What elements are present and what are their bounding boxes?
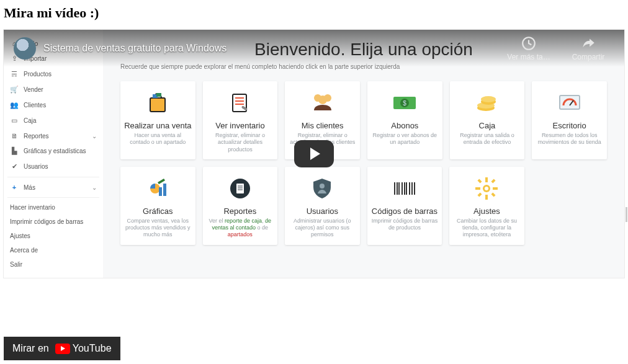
svg-rect-23 (236, 184, 244, 193)
channel-avatar[interactable] (14, 37, 36, 60)
svg-rect-42 (478, 179, 482, 183)
youtube-play-icon (55, 344, 70, 354)
card-ver-inventario[interactable]: Ver inventario Registrar, eliminar o act… (203, 81, 278, 159)
gear-icon (453, 174, 521, 203)
svg-rect-45 (478, 192, 482, 197)
sidebar-sub-ajustes[interactable]: Ajustes (7, 229, 99, 243)
card-grid-row1: Realizar una venta Hacer una venta al co… (120, 81, 607, 159)
sidebar-item-label: Más (24, 184, 35, 191)
report-icon: 🗎 (10, 132, 19, 140)
card-title: Realizar una venta (124, 121, 192, 130)
clock-icon (521, 35, 537, 51)
shopping-bag-icon (124, 89, 192, 117)
plus-icon: + (10, 184, 19, 191)
card-title: Caja (454, 121, 521, 130)
sidebar-item-usuarios[interactable]: ✔Usuarios (7, 159, 99, 174)
card-graficas[interactable]: Gráficas Compare ventas, vea los product… (120, 167, 195, 245)
app-main: Bienvenido. Elija una opción Recuerde qu… (103, 30, 624, 278)
youtube-logo: YouTube (55, 343, 112, 354)
card-reportes[interactable]: Reportes Ver el reporte de caja, de vent… (203, 167, 278, 245)
svg-point-17 (481, 96, 496, 102)
card-title: Reportes (207, 206, 274, 216)
divider (7, 177, 99, 177)
card-caja[interactable]: Caja Registrar una salida o entrada de e… (450, 81, 525, 159)
sidebar-item-label: Usuarios (24, 163, 48, 170)
svg-rect-2 (156, 93, 161, 97)
share-label: Compartir (572, 53, 605, 61)
svg-rect-41 (493, 187, 498, 190)
card-title: Ver inventario (207, 121, 274, 130)
card-codigos-barras[interactable]: Códigos de barras Imprimir códigos de ba… (367, 167, 442, 245)
money-icon: $ (371, 89, 439, 117)
sidebar-item-reportes[interactable]: 🗎Reportes⌄ (7, 128, 99, 143)
monitor-icon: ▭ (10, 117, 19, 125)
svg-text:$: $ (403, 100, 407, 107)
page-heading: Mira mi vídeo :) (0, 0, 628, 30)
sidebar-item-caja[interactable]: ▭Caja (7, 113, 99, 128)
watch-on-youtube-button[interactable]: Mirar en YouTube (4, 337, 120, 360)
clients-icon (289, 89, 356, 117)
card-abonos[interactable]: $ Abonos Registrar o ver abonos de un ap… (367, 81, 442, 159)
cart-icon: 🛒 (10, 86, 19, 94)
svg-rect-39 (485, 195, 488, 200)
card-title: Abonos (371, 121, 439, 130)
card-grid-row2: Gráficas Compare ventas, vea los product… (120, 167, 524, 245)
youtube-topbar: Sistema de ventas gratuito para Windows … (4, 30, 624, 67)
card-desc: Ver el reporte de caja, de ventas al con… (207, 218, 274, 239)
sidebar-sub-acerca[interactable]: Acerca de (7, 243, 99, 257)
shield-icon: ✔ (10, 162, 19, 171)
card-title: Códigos de barras (371, 206, 439, 216)
shield-user-icon (289, 174, 356, 203)
card-title: Mis clientes (289, 121, 356, 130)
notepad-icon (207, 89, 274, 117)
sidebar-sub-salir[interactable]: Salir (7, 257, 99, 272)
svg-rect-20 (159, 187, 162, 196)
chevron-down-icon: ⌄ (92, 184, 97, 191)
sidebar-item-vender[interactable]: 🛒Vender (7, 82, 99, 97)
card-desc: Hacer una venta al contado o un apartado (124, 132, 192, 146)
clipboard-icon (207, 174, 274, 203)
sidebar-item-clientes[interactable]: 👥Clientes (7, 97, 99, 113)
sidebar-sub-inventario[interactable]: Hacer inventario (7, 200, 99, 215)
sidebar-item-graficas[interactable]: ▙Gráficas y estadísticas (7, 143, 99, 159)
youtube-embed[interactable]: ⌂Inicio ⇪Importar ☴Productos 🛒Vender 👥Cl… (4, 30, 624, 278)
divider (7, 197, 99, 198)
sidebar-sub-codigos[interactable]: Imprimir códigos de barras (7, 215, 99, 229)
chevron-down-icon: ⌄ (92, 133, 97, 140)
sidebar-item-label: Caja (24, 117, 37, 124)
watch-later-label: Ver más ta… (507, 53, 550, 61)
svg-point-46 (485, 187, 488, 190)
sidebar-item-label: Reportes (24, 133, 49, 140)
youtube-brand-text: YouTube (73, 343, 112, 354)
sidebar-item-label: Vender (24, 86, 43, 93)
page-scrollbar[interactable] (626, 40, 627, 364)
video-title[interactable]: Sistema de ventas gratuito para Windows (43, 43, 495, 54)
card-usuarios[interactable]: Usuarios Administrar usuarios (o cajeros… (285, 167, 360, 245)
card-desc: Registrar una salida o entrada de efecti… (454, 132, 521, 146)
card-desc: Registrar, eliminar o actualizar detalle… (207, 132, 274, 153)
card-realizar-venta[interactable]: Realizar una venta Hacer una venta al co… (120, 81, 195, 159)
card-desc: Administrar usuarios (o cajeros) así com… (289, 218, 356, 239)
share-button[interactable]: Compartir (562, 35, 614, 61)
card-title: Usuarios (289, 206, 356, 216)
svg-rect-40 (475, 187, 480, 190)
stats-icon: ▙ (10, 147, 19, 155)
people-icon: 👥 (10, 101, 19, 109)
watch-on-label: Mirar en (12, 343, 49, 354)
card-title: Ajustes (453, 206, 521, 216)
sidebar-item-mas[interactable]: +Más⌄ (7, 180, 99, 195)
svg-rect-18 (560, 95, 580, 109)
card-title: Escritorio (536, 121, 603, 130)
watch-later-button[interactable]: Ver más ta… (503, 35, 555, 61)
card-title: Gráficas (124, 206, 192, 216)
scrollbar-thumb[interactable] (626, 207, 627, 222)
chart-icon (124, 174, 192, 203)
card-ajustes[interactable]: Ajustes Cambiar los datos de su tienda, … (449, 167, 524, 245)
sidebar-item-productos[interactable]: ☴Productos (7, 66, 99, 82)
share-icon (580, 35, 596, 51)
card-desc: Registrar o ver abonos de un apartado (371, 132, 439, 146)
svg-rect-43 (491, 192, 496, 197)
play-button[interactable] (294, 140, 334, 167)
svg-rect-38 (485, 177, 488, 182)
card-escritorio[interactable]: Escritorio Resumen de todos los movimien… (532, 81, 607, 159)
